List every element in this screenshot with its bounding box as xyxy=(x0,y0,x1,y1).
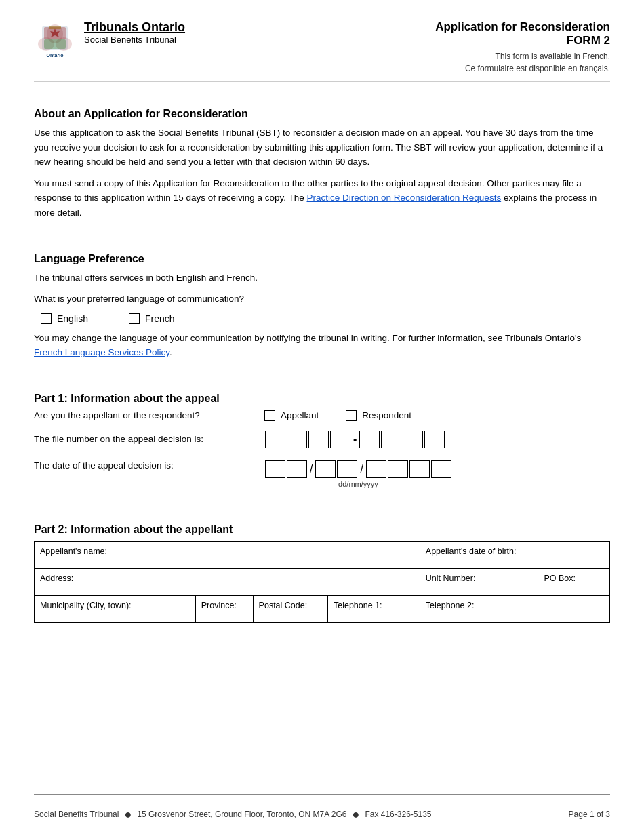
footer-org: Social Benefits Tribunal xyxy=(34,810,119,819)
language-line1: The tribunal offers services in both Eng… xyxy=(34,271,610,285)
date-yyyy2[interactable] xyxy=(388,460,408,478)
province-cell[interactable]: Province: xyxy=(195,595,253,622)
about-title: About an Application for Reconsideration xyxy=(34,108,610,120)
fn-box-5[interactable] xyxy=(359,431,380,448)
part2-section: Part 2: Information about the appellant … xyxy=(34,511,610,623)
appellant-name-cell[interactable]: Appellant's name: xyxy=(35,541,420,568)
unit-cell[interactable]: Unit Number: xyxy=(420,568,538,595)
ontario-logo: Ontario xyxy=(34,20,76,62)
tel1-cell[interactable]: Telephone 1: xyxy=(327,595,420,622)
date-dd2[interactable] xyxy=(287,460,307,478)
date-yyyy3[interactable] xyxy=(409,460,430,478)
appellant-name-label: Appellant's name: xyxy=(40,547,107,556)
part1-title: Part 1: Information about the appeal xyxy=(34,393,610,405)
respondent-option: Respondent xyxy=(346,410,411,421)
part1-row2: The file number on the appeal decision i… xyxy=(34,431,610,448)
french-language-policy-link[interactable]: French Language Services Policy xyxy=(34,347,169,357)
appellant-dob-cell[interactable]: Appellant's date of birth: xyxy=(420,541,609,568)
part1-date-label: The date of the appeal decision is: xyxy=(34,460,264,471)
french-option: French xyxy=(129,313,175,324)
header-right: Application for Reconsideration FORM 2 T… xyxy=(435,20,610,75)
date-yyyy1[interactable] xyxy=(366,460,386,478)
fn-box-7[interactable] xyxy=(403,431,423,448)
part2-table: Appellant's name: Appellant's date of bi… xyxy=(34,541,610,623)
table-row-name: Appellant's name: Appellant's date of bi… xyxy=(35,541,610,568)
date-slash1: / xyxy=(310,463,313,475)
date-slash2: / xyxy=(360,463,363,475)
date-format-label: dd/mm/yyyy xyxy=(264,480,452,488)
province-label: Province: xyxy=(201,601,237,610)
address-cell[interactable]: Address: xyxy=(35,568,420,595)
about-body: Use this application to ask the Social B… xyxy=(34,125,610,220)
part1-row1-label: Are you the appellant or the respondent? xyxy=(34,410,264,420)
fn-box-3[interactable] xyxy=(308,431,329,448)
appellant-option: Appellant xyxy=(264,410,319,421)
svg-text:Ontario: Ontario xyxy=(47,53,64,58)
header-left: Ontario Tribunals Ontario Social Benefit… xyxy=(34,20,185,62)
english-label: English xyxy=(57,313,88,324)
form-available: This form is available in French. Ce for… xyxy=(435,50,610,75)
part1-role-options: Appellant Respondent xyxy=(264,410,411,421)
fn-box-6[interactable] xyxy=(381,431,401,448)
tel2-cell[interactable]: Telephone 2: xyxy=(420,595,609,622)
address-label: Address: xyxy=(40,574,73,583)
french-checkbox[interactable] xyxy=(129,313,140,324)
tel1-label: Telephone 1: xyxy=(334,601,382,610)
page-container: Ontario Tribunals Ontario Social Benefit… xyxy=(0,0,644,834)
footer-dot1: ● xyxy=(124,808,132,820)
date-yyyy4[interactable] xyxy=(431,460,451,478)
date-dd1[interactable] xyxy=(265,460,285,478)
respondent-label: Respondent xyxy=(362,410,411,420)
unit-label: Unit Number: xyxy=(426,574,476,583)
svg-rect-6 xyxy=(44,39,66,49)
date-mm2[interactable] xyxy=(337,460,357,478)
french-label: French xyxy=(145,313,175,324)
fn-box-8[interactable] xyxy=(424,431,445,448)
footer-left: Social Benefits Tribunal ● 15 Grosvenor … xyxy=(34,808,432,820)
about-para1: Use this application to ask the Social B… xyxy=(34,125,610,170)
po-cell[interactable]: PO Box: xyxy=(538,568,610,595)
about-section: About an Application for Reconsideration… xyxy=(34,96,610,227)
header-org: Tribunals Ontario Social Benefits Tribun… xyxy=(84,20,185,45)
table-row-address: Address: Unit Number: PO Box: xyxy=(35,568,610,595)
file-number-boxes: - xyxy=(264,431,445,448)
part1-row1: Are you the appellant or the respondent?… xyxy=(34,410,610,421)
english-checkbox[interactable] xyxy=(41,313,52,324)
part1-row3: The date of the appeal decision is: / / … xyxy=(34,458,610,488)
date-wrapper: / / dd/mm/yyyy xyxy=(264,460,452,488)
footer-page: Page 1 of 3 xyxy=(569,810,610,819)
appellant-label: Appellant xyxy=(281,410,319,420)
part1-section: Part 1: Information about the appeal Are… xyxy=(34,380,610,498)
municipality-label: Municipality (City, town): xyxy=(40,601,132,610)
postal-cell[interactable]: Postal Code: xyxy=(253,595,327,622)
about-para2: You must send a copy of this Application… xyxy=(34,176,610,220)
form-title: Application for Reconsideration FORM 2 xyxy=(435,20,610,47)
date-boxes: / / xyxy=(264,460,452,478)
respondent-checkbox[interactable] xyxy=(346,410,357,421)
tel2-label: Telephone 2: xyxy=(426,601,475,610)
postal-label: Postal Code: xyxy=(259,601,308,610)
appellant-checkbox[interactable] xyxy=(264,410,275,421)
footer-fax: Fax 416-326-5135 xyxy=(365,810,431,819)
language-options: English French xyxy=(41,313,610,324)
part2-title: Part 2: Information about the appellant xyxy=(34,523,610,536)
footer-dot2: ● xyxy=(353,808,360,820)
municipality-cell[interactable]: Municipality (City, town): xyxy=(35,595,196,622)
fn-box-4[interactable] xyxy=(330,431,350,448)
part1-filenumber-label: The file number on the appeal decision i… xyxy=(34,434,264,444)
language-section: Language Preference The tribunal offers … xyxy=(34,241,610,367)
date-mm1[interactable] xyxy=(315,460,336,478)
language-line2: What is your preferred language of commu… xyxy=(34,292,610,306)
fn-box-1[interactable] xyxy=(265,431,285,448)
po-label: PO Box: xyxy=(544,574,576,583)
practice-direction-link[interactable]: Practice Direction on Reconsideration Re… xyxy=(306,193,501,203)
fn-box-2[interactable] xyxy=(287,431,307,448)
org-title: Tribunals Ontario xyxy=(84,20,185,35)
fn-dash: - xyxy=(353,433,357,445)
english-option: English xyxy=(41,313,88,324)
footer: Social Benefits Tribunal ● 15 Grosvenor … xyxy=(34,794,610,820)
footer-address: 15 Grosvenor Street, Ground Floor, Toron… xyxy=(137,810,346,819)
svg-rect-8 xyxy=(49,26,61,29)
org-subtitle: Social Benefits Tribunal xyxy=(84,35,185,45)
table-row-municipality: Municipality (City, town): Province: Pos… xyxy=(35,595,610,622)
